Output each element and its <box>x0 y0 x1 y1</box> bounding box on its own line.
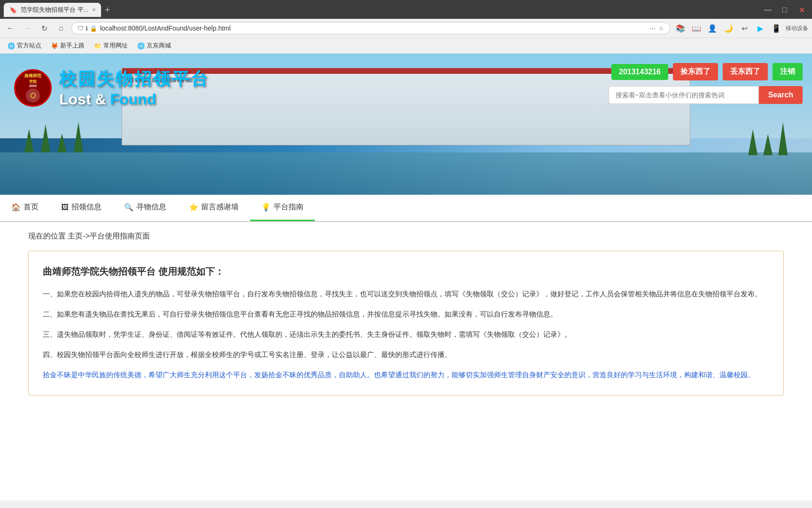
active-tab[interactable]: 🔖 范学院失物招领平台 平... × <box>4 3 101 17</box>
nav-home[interactable]: 🏠 首页 <box>0 195 50 221</box>
breadcrumb-text: 现在的位置 主页->平台使用指南页面 <box>28 232 150 240</box>
guide-nav-icon: 💡 <box>261 203 271 212</box>
bookmark-label: 官方站点 <box>17 41 41 50</box>
nav-lost-info[interactable]: 🔍 寻物信息 <box>113 195 178 221</box>
mobile-icon[interactable]: 📱 <box>770 22 783 35</box>
page-content: 曲靖师范 学院 2000 ⬡ 校园失物招领平台 Lost & Found <box>0 54 812 500</box>
content-title: 曲靖师范学院失物招领平台 使用规范如下： <box>43 265 769 278</box>
bookmark-newuser[interactable]: 🦊 新手上路 <box>47 40 88 51</box>
content-item-2: 二、如果您有遗失物品在查找无果后，可自行登录失物招领信息平台查看有无您正寻找的物… <box>43 308 769 320</box>
lock-icon: 🔒 <box>90 25 97 32</box>
brightness-icon[interactable]: 🌙 <box>722 22 735 35</box>
water-reflection <box>0 152 812 195</box>
search-input[interactable] <box>609 86 759 104</box>
header-buttons: 2013143216 捡东西了 丢东西了 注销 <box>611 63 803 80</box>
bookmark-star-icon[interactable]: ☆ <box>658 25 664 32</box>
jd-icon: 🌐 <box>137 42 145 49</box>
breadcrumb: 现在的位置 主页->平台使用指南页面 <box>0 222 812 251</box>
folder-icon: 📁 <box>94 42 102 49</box>
bookmark-label: 常用网址 <box>103 41 128 50</box>
home-nav-icon: 🏠 <box>11 203 21 212</box>
back-button[interactable]: ← <box>4 22 17 35</box>
title-lost: Lost <box>59 91 91 108</box>
nav-guide-label: 平台指南 <box>273 202 304 212</box>
star-nav-icon: ⭐ <box>189 203 198 212</box>
found-button[interactable]: 捡东西了 <box>673 63 718 80</box>
nav-found-label: 招领信息 <box>71 202 102 212</box>
bookmark-label: 新手上路 <box>60 41 85 50</box>
mobile-label: 移动设备 <box>786 24 808 32</box>
main-content: 曲靖师范学院失物招领平台 使用规范如下： 一、如果您在校园内拾得他人遗失的物品，… <box>0 251 812 414</box>
bookmarks-bar: 🌐 官方站点 🦊 新手上路 📁 常用网址 🌐 京东商城 <box>0 38 812 54</box>
content-highlight: 拾金不昧是中华民族的传统美德，希望广大师生充分利用这个平台，发扬拾金不昧的优秀品… <box>43 368 769 381</box>
nav-messages-label: 留言感谢墙 <box>201 202 239 212</box>
logo-inner: 曲靖师范 学院 2000 ⬡ <box>24 73 41 103</box>
close-window-button[interactable]: ✕ <box>795 3 808 16</box>
bilibili-icon[interactable]: ▶ <box>754 22 767 35</box>
library-icon[interactable]: 📚 <box>674 22 687 35</box>
logout-button[interactable]: 注销 <box>773 63 803 80</box>
more-icon: ⋯ <box>649 25 656 32</box>
logo-area: 曲靖师范 学院 2000 ⬡ 校园失物招领平台 Lost & Found <box>14 68 210 108</box>
image-nav-icon: 🖼 <box>61 203 69 212</box>
nav-home-label: 首页 <box>23 202 39 212</box>
site-title-cn: 校园失物招领平台 <box>59 68 210 91</box>
nav-messages[interactable]: ⭐ 留言感谢墙 <box>178 195 250 221</box>
bookmark-label: 京东商城 <box>147 41 171 50</box>
title-found: Found <box>110 91 156 108</box>
info-icon: ℹ <box>86 25 88 32</box>
bookmark-official[interactable]: 🌐 官方站点 <box>4 40 45 51</box>
site-title-en: Lost & Found <box>59 91 210 108</box>
title-amp: & <box>95 91 110 108</box>
forward-button[interactable]: → <box>21 22 34 35</box>
content-item-1: 一、如果您在校园内拾得他人遗失的物品，可登录失物招领平台，自行发布失物招领信息，… <box>43 287 769 300</box>
browser-chrome: 🔖 范学院失物招领平台 平... × + — □ ✕ <box>0 0 812 19</box>
site-nav: 🏠 首页 🖼 招领信息 🔍 寻物信息 ⭐ 留言感谢墙 💡 平台指南 <box>0 195 812 222</box>
content-item-3: 三、遗失物品领取时，凭学生证、身份证、借阅证等有效证件。代他人领取的，还须出示失… <box>43 328 769 341</box>
minimize-button[interactable]: — <box>761 3 774 16</box>
header-right: 2013143216 捡东西了 丢东西了 注销 Search <box>609 63 803 104</box>
toolbar-right: 📚 📖 👤 🌙 ↩ ▶ 📱 移动设备 <box>674 22 808 35</box>
search-area: Search <box>609 86 803 104</box>
url-input[interactable] <box>100 24 647 32</box>
nav-lost-label: 寻物信息 <box>136 202 166 212</box>
account-icon[interactable]: 👤 <box>706 22 719 35</box>
bookmark-jd[interactable]: 🌐 京东商城 <box>133 40 175 51</box>
content-item-4: 四、校园失物招领平台面向全校师生进行开放，根据全校师生的学号或工号实名注册、登录… <box>43 348 769 361</box>
search-button[interactable]: Search <box>759 86 803 104</box>
site-header: 曲靖师范 学院 2000 ⬡ 校园失物招领平台 Lost & Found <box>0 54 812 195</box>
refresh-button[interactable]: ↻ <box>38 22 51 35</box>
security-icons: 🛡 ℹ 🔒 <box>78 25 97 32</box>
tab-icon: 🔖 <box>9 7 17 14</box>
undo-icon[interactable]: ↩ <box>738 22 751 35</box>
user-id-badge: 2013143216 <box>611 64 668 80</box>
tab-bar: 🔖 范学院失物招领平台 平... × + <box>4 3 761 17</box>
tab-title: 范学院失物招领平台 平... <box>21 6 88 14</box>
lost-button[interactable]: 丢东西了 <box>723 63 768 80</box>
reader-icon[interactable]: 📖 <box>690 22 703 35</box>
content-box: 曲靖师范学院失物招领平台 使用规范如下： 一、如果您在校园内拾得他人遗失的物品，… <box>28 251 784 396</box>
official-icon: 🌐 <box>8 42 15 49</box>
trees-area <box>24 122 83 152</box>
firefox-icon: 🦊 <box>51 42 58 49</box>
browser-toolbar: ← → ↻ ⌂ 🛡 ℹ 🔒 ⋯ ☆ 📚 📖 👤 🌙 ↩ ▶ 📱 移动设备 <box>0 19 812 38</box>
right-trees <box>748 122 788 155</box>
home-button[interactable]: ⌂ <box>55 22 68 35</box>
nav-guide[interactable]: 💡 平台指南 <box>250 195 315 221</box>
new-tab-button[interactable]: + <box>101 5 114 15</box>
maximize-button[interactable]: □ <box>778 3 791 16</box>
search-nav-icon: 🔍 <box>124 203 133 212</box>
address-bar[interactable]: 🛡 ℹ 🔒 ⋯ ☆ <box>71 22 670 34</box>
bookmark-common[interactable]: 📁 常用网址 <box>90 40 132 51</box>
site-title-area: 校园失物招领平台 Lost & Found <box>59 68 210 108</box>
window-controls: — □ ✕ <box>761 3 808 16</box>
school-logo: 曲靖师范 学院 2000 ⬡ <box>14 69 52 107</box>
tab-close-btn[interactable]: × <box>92 7 95 13</box>
shield-icon: 🛡 <box>78 25 84 32</box>
title-bar: 🔖 范学院失物招领平台 平... × + — □ ✕ <box>4 3 808 19</box>
nav-found-info[interactable]: 🖼 招领信息 <box>50 195 113 221</box>
